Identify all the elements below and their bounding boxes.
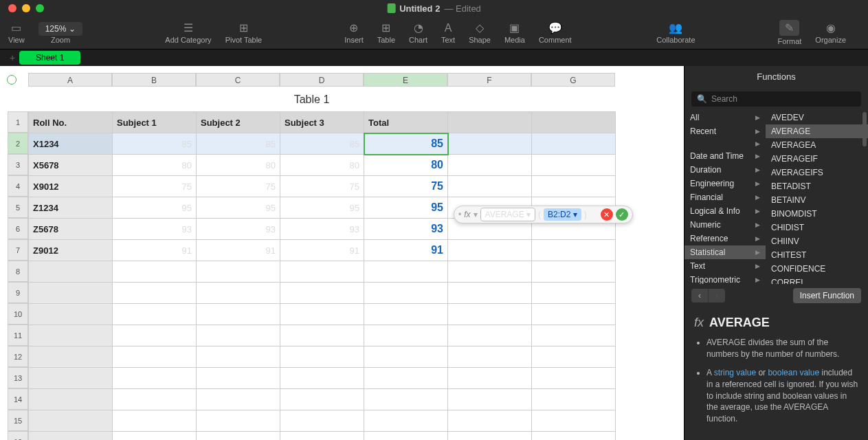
cell[interactable] [280,432,364,441]
sheet-tab[interactable]: Sheet 1 [19,51,80,65]
row-header-15[interactable]: 15 [8,410,28,431]
cell[interactable] [197,432,280,441]
shape-button[interactable]: ◇ Shape [469,21,491,44]
hdr-s1[interactable]: Subject 1 [113,112,197,133]
function-item[interactable]: AVERAGEIF [766,152,868,166]
row-header-3[interactable]: 3 [8,154,28,175]
cell[interactable] [280,261,364,283]
cell[interactable] [197,325,280,346]
nav-back-button[interactable]: ‹ [691,289,708,302]
cell[interactable] [448,368,532,389]
table-title[interactable]: Table 1 [8,87,616,111]
cell[interactable]: 80 [113,155,197,176]
cell[interactable]: 91 [364,240,448,261]
cell[interactable]: 80 [364,155,448,176]
active-cell[interactable]: 85 [364,133,448,155]
zoom-dropdown[interactable]: 125%⌄ [38,22,83,36]
cell[interactable]: X5678 [29,155,113,176]
cell[interactable] [532,261,616,283]
cell[interactable] [113,283,197,304]
row-header-6[interactable]: 6 [8,218,28,239]
format-button[interactable]: ✎ Format [778,20,802,45]
cell[interactable] [29,283,113,304]
cell[interactable] [29,325,113,346]
cell[interactable] [532,283,616,304]
formula-function-token[interactable]: AVERAGE ▾ [480,208,535,221]
cell[interactable] [197,283,280,304]
cell[interactable]: 93 [113,219,197,240]
function-item[interactable]: CONFIDENCE [766,262,868,276]
row-header-9[interactable]: 9 [8,282,28,303]
function-item[interactable]: CHIINV [766,234,868,248]
category-item[interactable]: Trigonometric▶ [685,273,766,284]
col-header-c[interactable]: C [196,73,280,87]
nav-forward-button[interactable]: › [708,289,725,302]
cell[interactable] [197,368,280,389]
cell[interactable] [364,368,448,389]
cell[interactable]: 95 [197,197,280,219]
accept-formula-button[interactable]: ✓ [616,208,628,221]
cell[interactable] [113,304,197,325]
cell[interactable] [29,368,113,389]
cell[interactable] [448,176,532,197]
cell[interactable] [448,432,532,441]
cell[interactable] [364,432,448,441]
row-header-12[interactable]: 12 [8,346,28,367]
col-header-f[interactable]: F [447,73,531,87]
string-value-link[interactable]: string value [714,368,756,377]
cell[interactable] [364,261,448,283]
cell[interactable] [448,283,532,304]
cell[interactable] [364,304,448,325]
cell[interactable] [532,410,616,432]
cell[interactable] [29,261,113,283]
table-button[interactable]: ⊞ Table [377,21,395,44]
cell[interactable]: 95 [280,197,364,219]
cell[interactable] [448,325,532,346]
cell[interactable]: 95 [364,197,448,219]
cell[interactable] [364,410,448,432]
cell[interactable] [280,368,364,389]
cell[interactable]: 91 [197,240,280,261]
col-header-e[interactable]: E [364,73,447,87]
add-category-button[interactable]: ☰ Add Category [165,21,211,44]
cell[interactable] [448,389,532,410]
boolean-value-link[interactable]: boolean value [768,368,819,377]
row-header-10[interactable]: 10 [8,303,28,324]
function-item[interactable]: BETADIST [766,179,868,193]
row-header-11[interactable]: 11 [8,324,28,346]
cell[interactable] [364,389,448,410]
cell[interactable]: 80 [280,155,364,176]
cell[interactable] [113,368,197,389]
cell[interactable]: 93 [197,219,280,240]
formula-editor[interactable]: • fx ▾ AVERAGE ▾ ( B2:D2 ▾ ) ✕ ✓ [454,206,633,223]
category-item[interactable]: Duration▶ [685,163,766,177]
cell[interactable] [29,304,113,325]
cell[interactable] [197,389,280,410]
cell[interactable] [29,410,113,432]
category-item[interactable]: All▶ [685,111,766,124]
col-header-a[interactable]: A [28,73,112,87]
row-header-7[interactable]: 7 [8,239,28,261]
cell[interactable] [448,346,532,368]
cell[interactable] [448,133,532,155]
cell[interactable] [280,410,364,432]
media-button[interactable]: ▣ Media [504,21,525,44]
col-header-g[interactable]: G [531,73,615,87]
cell[interactable]: 85 [113,133,197,155]
cell[interactable] [532,304,616,325]
category-item[interactable]: Text▶ [685,259,766,273]
cell[interactable] [532,389,616,410]
row-header-1[interactable]: 1 [8,111,28,133]
formula-range-token[interactable]: B2:D2 ▾ [544,208,581,221]
add-sheet-button[interactable]: + [5,52,19,63]
cell-roll[interactable]: X1234 [29,133,113,155]
function-item[interactable]: CHIDIST [766,221,868,234]
cell[interactable] [532,325,616,346]
category-item[interactable]: Statistical▶ [685,245,766,259]
cell[interactable]: 75 [280,176,364,197]
category-item[interactable]: Recent▶ [685,124,766,138]
function-item[interactable]: BINOMDIST [766,207,868,221]
function-item[interactable]: AVERAGEA [766,138,868,152]
cell[interactable] [113,410,197,432]
cell[interactable]: 75 [197,176,280,197]
